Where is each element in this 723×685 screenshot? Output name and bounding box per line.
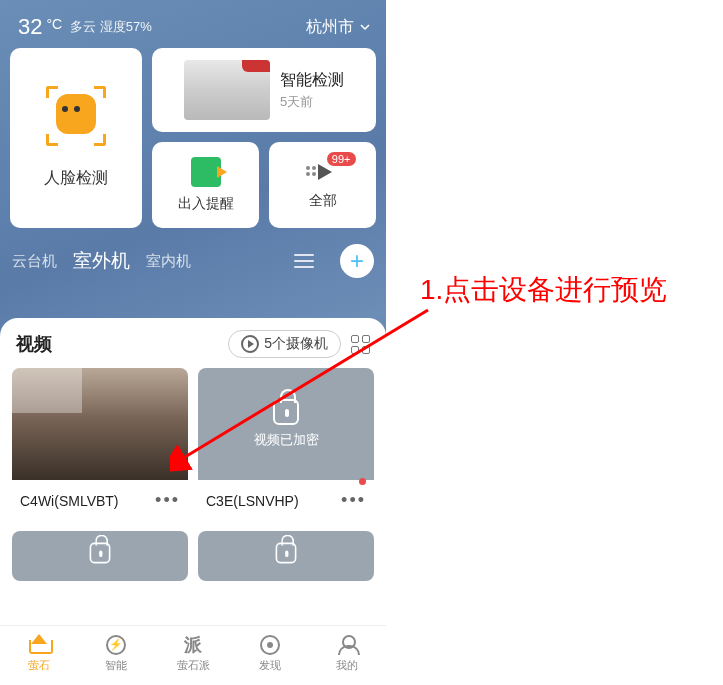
all-card[interactable]: 99+ 全部	[269, 142, 376, 228]
encrypted-label: 视频已加密	[254, 431, 319, 449]
face-detection-label: 人脸检测	[44, 168, 108, 189]
camera-name-2: C3E(LSNVHP)	[206, 493, 335, 509]
nav-mine-label: 我的	[336, 658, 358, 673]
app-screen: 32 °C 多云 湿度57% 杭州市 人脸检测 智能检测 5天前	[0, 0, 386, 680]
home-icon	[29, 636, 49, 654]
video-sheet: 视频 5个摄像机 C4Wi(SMLVBT) ••• 视频已加密	[0, 318, 386, 625]
chevron-down-icon	[358, 20, 372, 34]
bottom-nav: 萤石 ⚡ 智能 派 萤石派 发现 我的	[0, 625, 386, 680]
user-icon	[338, 635, 356, 655]
bolt-icon: ⚡	[106, 635, 126, 655]
nav-smart-label: 智能	[105, 658, 127, 673]
nav-smart[interactable]: ⚡ 智能	[77, 626, 154, 680]
grid-view-icon[interactable]	[351, 335, 370, 354]
entry-exit-label: 出入提醒	[178, 195, 234, 213]
header: 32 °C 多云 湿度57% 杭州市	[0, 0, 386, 48]
camera-preview-1	[12, 368, 188, 480]
camera-name-1: C4Wi(SMLVBT)	[20, 493, 149, 509]
lock-icon	[273, 399, 299, 425]
camera-card-2[interactable]: 视频已加密 C3E(LSNVHP) •••	[198, 368, 374, 521]
nav-pai[interactable]: 派 萤石派	[154, 626, 231, 680]
door-icon	[191, 157, 221, 187]
smart-detection-card[interactable]: 智能检测 5天前	[152, 48, 376, 132]
play-icon	[241, 335, 259, 353]
city-name: 杭州市	[306, 17, 354, 38]
camera-count-chip[interactable]: 5个摄像机	[228, 330, 341, 358]
menu-icon[interactable]	[294, 254, 314, 268]
feature-cards: 人脸检测 智能检测 5天前 出入提醒 99+	[0, 48, 386, 228]
smart-title: 智能检测	[280, 70, 344, 91]
more-icon[interactable]: •••	[335, 490, 366, 511]
temperature-unit: °C	[46, 16, 62, 32]
sheet-title: 视频	[16, 332, 52, 356]
tab-ptz[interactable]: 云台机	[12, 252, 57, 271]
camera-card-1[interactable]: C4Wi(SMLVBT) •••	[12, 368, 188, 521]
nav-home-label: 萤石	[28, 658, 50, 673]
nav-pai-label: 萤石派	[177, 658, 210, 673]
pai-icon: 派	[184, 633, 202, 657]
camera-card-4[interactable]	[198, 531, 374, 581]
temperature-value: 32	[18, 14, 42, 40]
tab-indoor[interactable]: 室内机	[146, 252, 191, 271]
weather-text: 多云 湿度57%	[70, 18, 152, 36]
camera-preview-2: 视频已加密	[198, 368, 374, 480]
all-icon: 99+	[306, 160, 340, 184]
all-label: 全部	[309, 192, 337, 210]
camera-count-label: 5个摄像机	[264, 335, 328, 353]
smart-subtitle: 5天前	[280, 93, 344, 111]
entry-exit-card[interactable]: 出入提醒	[152, 142, 259, 228]
target-icon	[260, 635, 280, 655]
lock-icon	[276, 543, 297, 564]
nav-mine[interactable]: 我的	[309, 626, 386, 680]
tab-outdoor[interactable]: 室外机	[73, 248, 130, 274]
nav-home[interactable]: 萤石	[0, 626, 77, 680]
city-selector[interactable]: 杭州市	[306, 17, 372, 38]
all-badge: 99+	[327, 152, 356, 166]
annotation-text: 1.点击设备进行预览	[420, 270, 667, 309]
add-device-button[interactable]: +	[340, 244, 374, 278]
more-icon[interactable]: •••	[149, 490, 180, 511]
face-scan-icon	[48, 88, 104, 144]
device-tabs: 云台机 室外机 室内机 +	[0, 228, 386, 288]
nav-discover[interactable]: 发现	[232, 626, 309, 680]
lock-icon	[90, 543, 111, 564]
face-detection-card[interactable]: 人脸检测	[10, 48, 142, 228]
camera-card-3[interactable]	[12, 531, 188, 581]
alert-dot	[359, 478, 366, 485]
nav-discover-label: 发现	[259, 658, 281, 673]
smart-thumbnail	[184, 60, 270, 120]
